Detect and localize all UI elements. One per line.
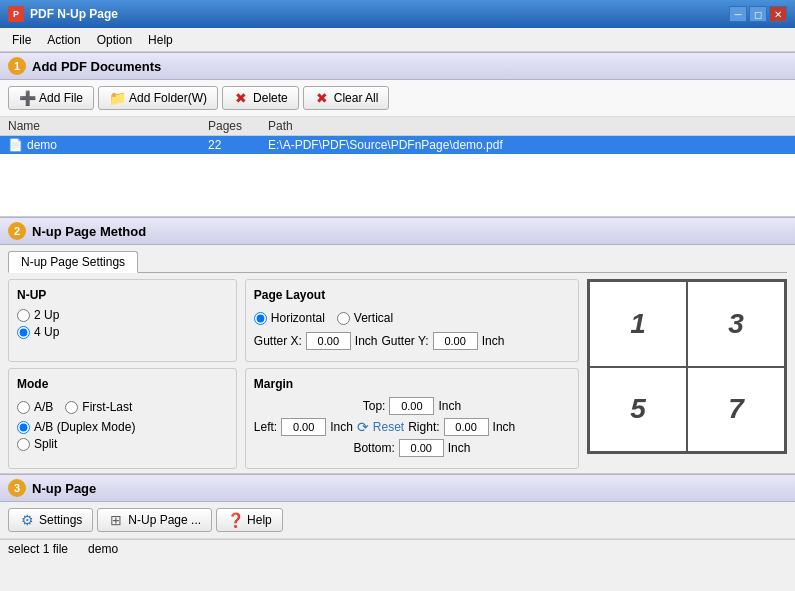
gutter-x-input[interactable] xyxy=(306,332,351,350)
col-name-header: Name xyxy=(8,119,208,133)
margin-left-label: Left: xyxy=(254,420,277,434)
horizontal-radio[interactable] xyxy=(254,312,267,325)
margin-top-unit: Inch xyxy=(438,399,461,413)
gutter-y-unit: Inch xyxy=(482,334,505,348)
margin-left-unit: Inch xyxy=(330,420,353,434)
nup-4up-label[interactable]: 4 Up xyxy=(34,325,59,339)
app-title: PDF N-Up Page xyxy=(30,7,118,21)
section-add-pdf: 1 Add PDF Documents ➕ Add File 📁 Add Fol… xyxy=(0,52,795,217)
main-content: 1 Add PDF Documents ➕ Add File 📁 Add Fol… xyxy=(0,52,795,591)
mode-split-label[interactable]: Split xyxy=(34,437,57,451)
menu-action[interactable]: Action xyxy=(39,31,88,49)
margin-top-input[interactable] xyxy=(389,397,434,415)
margin-left-input[interactable] xyxy=(281,418,326,436)
settings-button[interactable]: ⚙ Settings xyxy=(8,508,93,532)
reset-label[interactable]: Reset xyxy=(373,420,404,434)
mode-title: Mode xyxy=(17,377,228,391)
app-icon: P xyxy=(8,6,24,22)
file-row[interactable]: 📄 demo 22 E:\A-PDF\PDF\Source\PDFnPage\d… xyxy=(0,136,795,154)
close-button[interactable]: ✕ xyxy=(769,6,787,22)
mode-split-radio[interactable] xyxy=(17,438,30,451)
preview-box: 1 3 5 7 xyxy=(587,279,787,454)
mode-duplex-label[interactable]: A/B (Duplex Mode) xyxy=(34,420,135,434)
clear-all-button[interactable]: ✖ Clear All xyxy=(303,86,390,110)
section2-header: 2 N-up Page Method xyxy=(0,217,795,245)
section-nup-page: 3 N-up Page ⚙ Settings ⊞ N-Up Page ... ❓… xyxy=(0,473,795,539)
menu-option[interactable]: Option xyxy=(89,31,140,49)
col-pages-header: Pages xyxy=(208,119,268,133)
margin-top-label: Top: xyxy=(363,399,386,413)
add-file-button[interactable]: ➕ Add File xyxy=(8,86,94,110)
horizontal-label[interactable]: Horizontal xyxy=(271,311,325,325)
section1-toolbar: ➕ Add File 📁 Add Folder(W) ✖ Delete ✖ Cl… xyxy=(0,80,795,117)
section-nup-method: 2 N-up Page Method N-up Page Settings N-… xyxy=(0,217,795,473)
left-settings: N-UP 2 Up 4 Up Page L xyxy=(8,279,579,469)
margin-group: Margin Top: Inch Left: Inch ⟳ xyxy=(245,368,579,469)
mode-firstlast-radio[interactable] xyxy=(65,401,78,414)
file-icon: 📄 xyxy=(8,138,23,152)
margin-bottom-label: Bottom: xyxy=(353,441,394,455)
vertical-row: Vertical xyxy=(337,311,393,325)
nup-group: N-UP 2 Up 4 Up xyxy=(8,279,237,362)
status-bar: select 1 file demo xyxy=(0,539,795,558)
title-bar: P PDF N-Up Page ─ ◻ ✕ xyxy=(0,0,795,28)
preview-cell-3: 3 xyxy=(687,281,785,367)
file-path: E:\A-PDF\PDF\Source\PDFnPage\demo.pdf xyxy=(268,138,787,152)
mode-ab-label[interactable]: A/B xyxy=(34,400,53,414)
mode-split-row: Split xyxy=(17,437,228,451)
section2-label: N-up Page Method xyxy=(32,224,146,239)
section2-num: 2 xyxy=(8,222,26,240)
tab-nup-settings[interactable]: N-up Page Settings xyxy=(8,251,138,273)
margin-right-input[interactable] xyxy=(444,418,489,436)
nup-4up-radio[interactable] xyxy=(17,326,30,339)
restore-button[interactable]: ◻ xyxy=(749,6,767,22)
nup-2up-label[interactable]: 2 Up xyxy=(34,308,59,322)
delete-icon: ✖ xyxy=(233,90,249,106)
minimize-button[interactable]: ─ xyxy=(729,6,747,22)
gutter-y-label: Gutter Y: xyxy=(382,334,429,348)
vertical-label[interactable]: Vertical xyxy=(354,311,393,325)
gutter-y-input[interactable] xyxy=(433,332,478,350)
margin-right-label: Right: xyxy=(408,420,439,434)
nup-page-icon: ⊞ xyxy=(108,512,124,528)
mode-firstlast-row: First-Last xyxy=(65,400,132,414)
add-file-icon: ➕ xyxy=(19,90,35,106)
gutter-x-unit: Inch xyxy=(355,334,378,348)
section1-header: 1 Add PDF Documents xyxy=(0,52,795,80)
margin-bottom-input[interactable] xyxy=(399,439,444,457)
nup-page-button[interactable]: ⊞ N-Up Page ... xyxy=(97,508,212,532)
menu-help[interactable]: Help xyxy=(140,31,181,49)
mode-group: Mode A/B First-Last xyxy=(8,368,237,469)
page-layout-title: Page Layout xyxy=(254,288,570,302)
help-button[interactable]: ❓ Help xyxy=(216,508,283,532)
add-folder-button[interactable]: 📁 Add Folder(W) xyxy=(98,86,218,110)
menu-bar: File Action Option Help xyxy=(0,28,795,52)
section3-header: 3 N-up Page xyxy=(0,474,795,502)
preview-cell-7: 7 xyxy=(687,367,785,453)
delete-button[interactable]: ✖ Delete xyxy=(222,86,299,110)
horizontal-row: Horizontal xyxy=(254,311,325,325)
preview-cell-5: 5 xyxy=(589,367,687,453)
mode-ab-radio[interactable] xyxy=(17,401,30,414)
nup-2up-row: 2 Up xyxy=(17,308,228,322)
section3-label: N-up Page xyxy=(32,481,96,496)
status-filename: demo xyxy=(88,542,118,556)
file-list-header: Name Pages Path xyxy=(0,117,795,136)
page-layout-group: Page Layout Horizontal Vertical xyxy=(245,279,579,362)
file-pages: 22 xyxy=(208,138,268,152)
add-folder-icon: 📁 xyxy=(109,90,125,106)
menu-file[interactable]: File xyxy=(4,31,39,49)
nup-2up-radio[interactable] xyxy=(17,309,30,322)
section2-inner: N-up Page Settings N-UP 2 Up xyxy=(0,245,795,473)
file-list-container: Name Pages Path 📄 demo 22 E:\A-PDF\PDF\S… xyxy=(0,117,795,217)
margin-title: Margin xyxy=(254,377,570,391)
section1-num: 1 xyxy=(8,57,26,75)
mode-firstlast-label[interactable]: First-Last xyxy=(82,400,132,414)
window-controls: ─ ◻ ✕ xyxy=(729,6,787,22)
reset-icon: ⟳ xyxy=(357,419,369,435)
col-path-header: Path xyxy=(268,119,787,133)
nup-4up-row: 4 Up xyxy=(17,325,228,339)
section1-label: Add PDF Documents xyxy=(32,59,161,74)
vertical-radio[interactable] xyxy=(337,312,350,325)
mode-duplex-radio[interactable] xyxy=(17,421,30,434)
